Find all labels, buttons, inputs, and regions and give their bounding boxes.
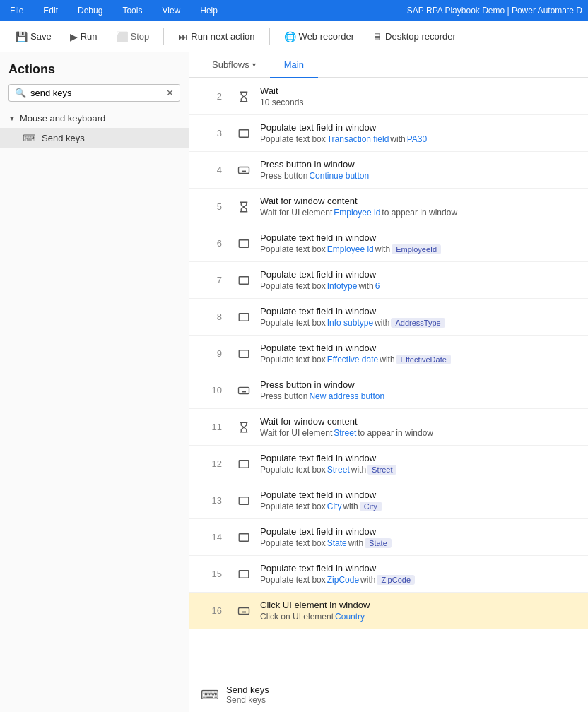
table-row[interactable]: 7Populate text field in windowPopulate t… <box>189 262 588 299</box>
step-number: 12 <box>189 446 232 482</box>
step-title: Wait <box>260 85 581 96</box>
table-row[interactable]: 8Populate text field in windowPopulate t… <box>189 299 588 336</box>
step-desc-part: with <box>375 244 390 254</box>
run-label: Run <box>81 31 98 42</box>
separator-2 <box>269 28 270 45</box>
step-title: Populate text field in window <box>260 269 581 280</box>
menu-help[interactable]: Help <box>196 3 222 18</box>
run-next-button[interactable]: ⏭ Run next action <box>171 28 261 46</box>
status-subtitle: Send keys <box>226 695 269 705</box>
step-desc-part: with <box>343 502 358 511</box>
step-content: Click UI element in windowClick on UI el… <box>256 593 588 629</box>
table-row[interactable]: 6Populate text field in windowPopulate t… <box>189 225 588 262</box>
run-icon: ▶ <box>70 31 78 42</box>
step-desc-part: 6 <box>375 281 380 291</box>
table-row[interactable]: 5Wait for window contentWait for UI elem… <box>189 189 588 225</box>
category-collapse-icon: ▼ <box>8 114 16 122</box>
search-box: 🔍 ✕ <box>8 84 180 102</box>
step-icon <box>232 78 256 114</box>
stop-button[interactable]: ⬜ Stop <box>109 28 157 46</box>
menu-items: File Edit Debug Tools View Help <box>6 3 222 18</box>
svg-rect-10 <box>239 350 249 357</box>
step-desc-part: Street <box>368 465 396 475</box>
step-icon <box>232 225 256 261</box>
step-desc-part: New address button <box>309 391 384 401</box>
desktop-recorder-button[interactable]: 🖥 Desktop recorder <box>365 28 463 46</box>
tabs-bar: Subflows ▾ Main <box>189 52 588 78</box>
step-description: Populate text box Citywith City <box>260 502 581 511</box>
menu-view[interactable]: View <box>158 3 184 18</box>
tab-subflows[interactable]: Subflows ▾ <box>198 52 270 78</box>
step-desc-part: Press button <box>260 391 307 401</box>
step-desc-part: Populate text box <box>260 355 326 364</box>
svg-rect-0 <box>239 129 249 137</box>
step-desc-part: to appear in window <box>358 428 433 438</box>
table-row[interactable]: 3Populate text field in windowPopulate t… <box>189 115 588 152</box>
step-desc-part: Populate text box <box>260 281 326 291</box>
step-description: Populate text box Effective datewith Eff… <box>260 355 581 364</box>
action-send-keys[interactable]: ⌨ Send keys <box>0 128 189 148</box>
tab-subflows-label: Subflows <box>212 59 249 70</box>
step-desc-part: Populate text box <box>260 538 326 548</box>
step-content: Wait for window contentWait for UI eleme… <box>256 409 588 445</box>
step-description: Wait for UI element Streetto appear in w… <box>260 428 581 438</box>
table-row[interactable]: 16Click UI element in windowClick on UI … <box>189 593 588 629</box>
table-row[interactable]: 9Populate text field in windowPopulate t… <box>189 336 588 372</box>
web-recorder-label: Web recorder <box>299 31 355 42</box>
step-description: Populate text box Streetwith Street <box>260 465 581 475</box>
step-content: Press button in windowPress button New a… <box>256 372 588 408</box>
step-title: Populate text field in window <box>260 563 581 574</box>
step-desc-part: Continue button <box>309 171 369 181</box>
table-row[interactable]: 13Populate text field in windowPopulate … <box>189 482 588 519</box>
save-button[interactable]: 💾 Save <box>8 28 59 46</box>
step-content: Populate text field in windowPopulate te… <box>256 336 588 372</box>
table-row[interactable]: 2Wait10 seconds <box>189 78 588 115</box>
step-icon <box>232 409 256 445</box>
table-row[interactable]: 4Press button in windowPress button Cont… <box>189 152 588 189</box>
web-recorder-button[interactable]: 🌐 Web recorder <box>277 28 362 46</box>
action-send-keys-label: Send keys <box>42 133 85 143</box>
step-desc-part: with <box>360 575 375 585</box>
step-content: Populate text field in windowPopulate te… <box>256 262 588 298</box>
status-bar: ⌨ Send keys Send keys <box>189 677 588 712</box>
category-mouse-keyboard[interactable]: ▼ Mouse and keyboard <box>0 109 189 128</box>
step-desc-part: Populate text box <box>260 502 326 511</box>
tab-main[interactable]: Main <box>270 52 318 78</box>
svg-rect-8 <box>239 276 249 284</box>
step-content: Wait for window contentWait for UI eleme… <box>256 189 588 225</box>
table-row[interactable]: 15Populate text field in windowPopulate … <box>189 556 588 593</box>
step-number: 10 <box>189 372 232 408</box>
step-number: 15 <box>189 556 232 592</box>
table-row[interactable]: 12Populate text field in windowPopulate … <box>189 446 588 482</box>
send-keys-icon: ⌨ <box>23 133 36 143</box>
search-clear-icon[interactable]: ✕ <box>166 88 174 98</box>
step-desc-part: with <box>351 465 366 475</box>
svg-rect-21 <box>239 607 249 614</box>
step-desc-part: Press button <box>260 171 307 181</box>
menu-edit[interactable]: Edit <box>39 3 62 18</box>
step-desc-part: State <box>365 538 392 548</box>
menu-file[interactable]: File <box>6 3 28 18</box>
table-row[interactable]: 11Wait for window contentWait for UI ele… <box>189 409 588 446</box>
step-number: 7 <box>189 262 232 298</box>
svg-rect-20 <box>239 570 249 578</box>
search-input[interactable] <box>30 88 166 98</box>
table-row[interactable]: 10Press button in windowPress button New… <box>189 372 588 409</box>
step-content: Populate text field in windowPopulate te… <box>256 446 588 482</box>
table-row[interactable]: 14Populate text field in windowPopulate … <box>189 519 588 556</box>
step-desc-part: Click on UI element <box>260 612 334 622</box>
menu-debug[interactable]: Debug <box>74 3 107 18</box>
sidebar: Actions 🔍 ✕ ▼ Mouse and keyboard ⌨ Send … <box>0 52 189 712</box>
svg-rect-19 <box>239 533 249 541</box>
step-content: Populate text field in windowPopulate te… <box>256 556 588 592</box>
run-button[interactable]: ▶ Run <box>63 28 105 46</box>
desktop-recorder-label: Desktop recorder <box>385 31 456 42</box>
run-next-icon: ⏭ <box>178 31 188 42</box>
step-description: Populate text box Statewith State <box>260 538 581 548</box>
step-desc-part: Employee id <box>327 244 374 254</box>
step-icon <box>232 189 256 225</box>
step-description: Click on UI element Country <box>260 612 581 622</box>
menu-tools[interactable]: Tools <box>118 3 146 18</box>
step-desc-part: with <box>375 318 389 328</box>
step-desc-part: ZipCode <box>377 575 415 585</box>
